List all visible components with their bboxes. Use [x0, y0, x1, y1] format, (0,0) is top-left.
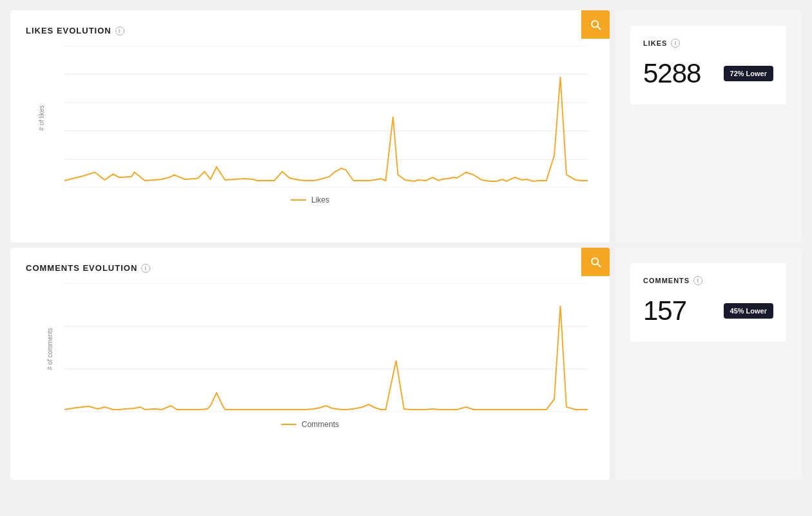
comments-stats-card: COMMENTS i 157 45% Lower: [630, 263, 786, 342]
comments-value-row: 157 45% Lower: [643, 295, 773, 326]
comments-chart-legend: Comments: [26, 420, 594, 429]
comments-chart-area: # of comments 75 50 25 0 1. Aug: [64, 283, 588, 415]
likes-chart-legend: Likes: [26, 195, 594, 204]
likes-value: 5288: [643, 58, 701, 89]
comments-y-axis-label: # of comments: [46, 328, 53, 370]
likes-section-row: LIKES EVOLUTION i # of likes 2000 1500 1…: [10, 10, 802, 243]
likes-search-button[interactable]: [581, 10, 610, 39]
comments-badge: 45% Lower: [724, 303, 773, 319]
likes-stats-panel: LIKES i 5288 72% Lower: [615, 10, 802, 243]
comments-label-text: COMMENTS: [643, 277, 690, 284]
likes-badge: 72% Lower: [724, 66, 773, 81]
comments-chart-svg: 75 50 25 0 1. Aug 8. Aug 15. Aug 22. Aug…: [64, 283, 588, 412]
likes-chart-svg: 2000 1500 1000 500 0 1. Aug 8. Aug 15. A…: [64, 46, 588, 188]
likes-stats-card: LIKES i 5288 72% Lower: [630, 26, 786, 104]
comments-stats-info-icon[interactable]: i: [693, 276, 702, 285]
search-icon-comments: [589, 255, 602, 268]
likes-label-text: LIKES: [643, 39, 667, 47]
likes-title-text: LIKES EVOLUTION: [26, 26, 111, 35]
likes-info-icon[interactable]: i: [115, 26, 124, 35]
comments-search-button[interactable]: [581, 248, 610, 276]
likes-y-axis-label: # of likes: [38, 105, 45, 130]
likes-legend-line: [291, 199, 306, 201]
likes-chart-title: LIKES EVOLUTION i: [26, 26, 594, 35]
main-container: LIKES EVOLUTION i # of likes 2000 1500 1…: [0, 0, 812, 490]
comments-title-text: COMMENTS EVOLUTION: [26, 263, 137, 273]
comments-chart-title: COMMENTS EVOLUTION i: [26, 263, 594, 273]
comments-section-row: COMMENTS EVOLUTION i # of comments 75 50…: [10, 248, 802, 480]
likes-legend-label: Likes: [311, 195, 329, 204]
likes-chart-panel: LIKES EVOLUTION i # of likes 2000 1500 1…: [10, 10, 610, 243]
comments-legend-line: [281, 424, 296, 425]
likes-chart-area: # of likes 2000 1500 1000 500 0: [64, 46, 588, 190]
likes-value-row: 5288 72% Lower: [643, 58, 773, 89]
comments-value: 157: [643, 295, 686, 326]
comments-stats-label: COMMENTS i: [643, 276, 773, 285]
search-icon: [589, 18, 602, 31]
likes-stats-label: LIKES i: [643, 39, 773, 48]
likes-stats-info-icon[interactable]: i: [671, 39, 680, 48]
comments-chart-panel: COMMENTS EVOLUTION i # of comments 75 50…: [10, 248, 610, 480]
comments-info-icon[interactable]: i: [141, 264, 150, 273]
comments-legend-label: Comments: [302, 420, 339, 429]
comments-stats-panel: COMMENTS i 157 45% Lower: [615, 248, 802, 480]
